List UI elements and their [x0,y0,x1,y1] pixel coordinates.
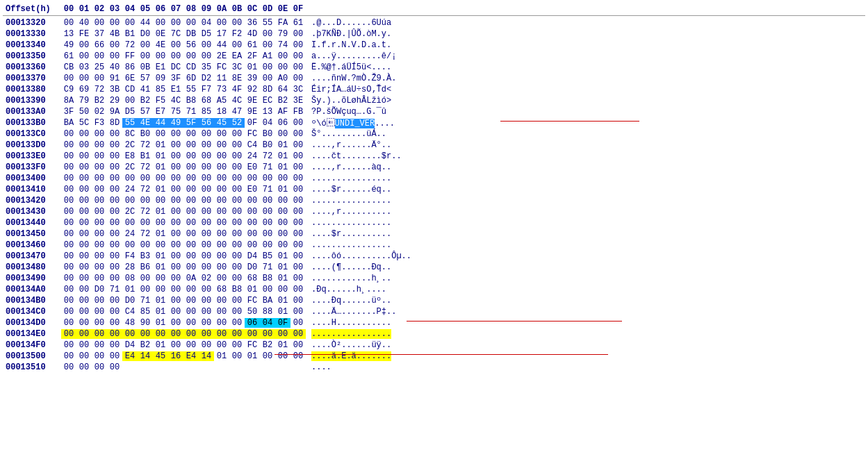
col-04: 04 [122,4,138,14]
byte-cell: 00 [61,274,76,283]
byte-cell: 00 [275,351,290,361]
byte-cell: 35 [199,62,214,72]
byte-cell: 00 [290,274,306,283]
byte-cell: 00 [61,129,76,139]
byte-cell: 00 [290,351,306,361]
byte-cell: D2 [199,74,214,83]
byte-cell: 00 [76,240,92,250]
byte-cell: 00 [138,274,153,283]
byte-cell: 00 [107,351,122,361]
row-ascii: I.f.r.N.V.D.a.t. [311,40,391,50]
byte-cell: 00 [275,218,290,228]
byte-cell: 00 [76,351,92,361]
row-ascii: Šy.)..õLøhÂLžìó> [311,96,391,106]
row-bytes: 61000000FF00000000002EEA2FA10000 [61,51,306,61]
byte-cell: 56 [183,40,199,50]
byte-cell: CD [122,85,138,94]
byte-cell: 00 [183,207,199,217]
byte-cell: 00 [229,307,245,317]
byte-cell: 75 [168,107,183,117]
row-bytes: 000000002C72010000000000E0710100 [61,162,306,172]
table-row: 000133D0000000002C72010000000000C4B00100… [3,140,865,151]
row-bytes: 000000002C72010000000000C4B00100 [61,140,306,150]
byte-cell: 00 [92,274,107,283]
byte-cell: 00 [92,362,107,372]
byte-cell: 00 [76,129,92,139]
byte-cell: 01 [275,140,290,150]
table-row: 0001351000000000.... [3,362,865,373]
byte-cell: 00 [61,140,76,150]
row-ascii: ?P.šÕWçuq….G.¯û [311,107,386,117]
byte-cell: 09 [153,74,168,83]
byte-cell: 00 [107,185,122,194]
byte-cell: 24 [122,185,138,194]
byte-cell: 2C [122,162,138,172]
byte-cell: 4F [229,85,245,94]
byte-cell: F4 [122,251,138,261]
byte-cell: E7 [153,107,168,117]
byte-cell: 00 [199,40,214,50]
byte-cell: 00 [275,196,290,206]
row-bytes: 00000000 [61,362,306,372]
byte-cell: B2 [92,96,107,106]
byte-cell: 71 [138,296,153,306]
byte-cell: 00 [214,240,229,250]
byte-cell: 01 [275,151,290,161]
byte-cell: 8E [229,74,245,83]
byte-cell: 00 [92,240,107,250]
row-offset: 00013350 [6,51,61,61]
byte-cell: 00 [290,329,306,339]
byte-cell: 00 [138,40,153,50]
byte-cell: 00 [199,207,214,217]
byte-cell: 00 [214,318,229,328]
byte-cell: 00 [214,251,229,261]
byte-cell: 8C [122,129,138,139]
byte-cell: 5F [183,118,199,128]
byte-cell: E1 [153,62,168,72]
byte-cell: 85 [138,307,153,317]
byte-cell: D0 [92,285,107,294]
byte-cell: 00 [214,185,229,194]
row-ascii: ....ñnW.?mÒ.Ž9.À. [311,74,396,83]
table-row: 000133C0000000008CB0000000000000FCB00000… [3,128,865,140]
byte-cell: 00 [76,362,92,372]
byte-cell: 06 [245,318,260,328]
byte-cell: F7 [199,85,214,94]
byte-cell: B2 [260,340,275,350]
row-bytes: 00000000000000000000000000000000 [61,196,306,206]
byte-cell: 00 [229,340,245,350]
byte-cell: 00 [92,351,107,361]
byte-cell: 00 [245,196,260,206]
byte-cell: 85 [153,85,168,94]
byte-cell: 00 [183,185,199,194]
byte-cell: 00 [229,296,245,306]
byte-cell: AF [275,107,290,117]
byte-cell: 00 [183,174,199,183]
row-offset: 000134D0 [6,318,61,328]
byte-cell: 4C [229,96,245,106]
byte-cell: 00 [229,140,245,150]
byte-cell: 39 [245,74,260,83]
byte-cell: 6D [183,74,199,83]
byte-cell: 00 [76,74,92,83]
byte-cell: 00 [61,340,76,350]
byte-cell: 18 [214,107,229,117]
byte-cell: 3F [61,107,76,117]
byte-cell: 00 [76,329,92,339]
byte-cell [245,362,260,372]
byte-cell: 00 [229,151,245,161]
byte-cell: 00 [168,329,183,339]
byte-cell: 28 [122,262,138,272]
byte-cell: 74 [275,40,290,50]
row-bytes: 3F50029AD557E775718518479E13AFFB [61,107,306,117]
byte-cell: 00 [183,307,199,317]
byte-cell: 7C [168,29,183,39]
byte-cell: 01 [275,262,290,272]
byte-cell: 00 [183,18,199,28]
table-row: 00013370000000916E57093F6DD2118E3900A000… [3,73,865,84]
byte-cell: 9E [245,107,260,117]
byte-cell: D4 [245,251,260,261]
byte-cell: 00 [199,196,214,206]
byte-cell: 00 [214,296,229,306]
byte-cell: 90 [138,318,153,328]
